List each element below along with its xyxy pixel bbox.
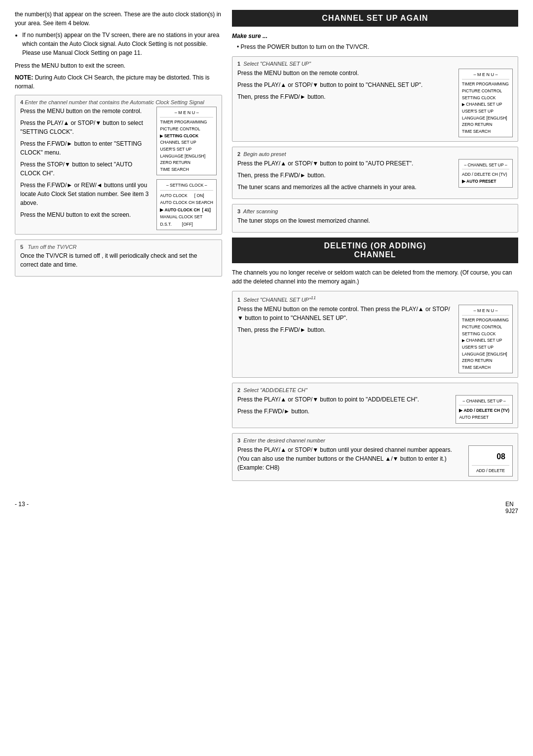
- csa-step3-box: 3 After scanning The tuner stops on the …: [232, 204, 518, 233]
- page-number: - 13 -: [15, 501, 29, 515]
- csa-step2-title: Begin auto preset: [243, 151, 286, 157]
- del-step3-title-line: 3 Enter the desired channel number: [237, 438, 513, 443]
- del-step2-para2: Press the F.FWD/► button.: [237, 407, 451, 416]
- del-menu1-title: – M E N U –: [462, 307, 509, 316]
- del-step2-num: 2: [237, 387, 240, 393]
- step5-number: 5: [20, 244, 23, 250]
- csa-step1-para3: Then, press the F.FWD/► button.: [237, 92, 454, 101]
- csa-menu1-i5: USER'S SET UP: [462, 108, 509, 115]
- step5-title: Turn off the TV/VCR: [28, 244, 76, 250]
- menu1-item1: TIMER PROGRAMMING: [160, 119, 213, 126]
- step4-title: Enter the channel number that contains t…: [25, 99, 204, 105]
- del-menu1-i6: LANGUAGE [ENGLISH]: [462, 351, 509, 358]
- note-body: During Auto Clock CH Search, the picture…: [15, 74, 210, 90]
- del-step2-row: Press the PLAY/▲ or STOP/▼ button to poi…: [237, 395, 513, 423]
- csa-menu1-i4: CHANNEL SET UP: [462, 101, 509, 108]
- csa-menu1-i3: SETTING CLOCK: [462, 95, 509, 102]
- csa-step1-para2: Press the PLAY/▲ or STOP/▼ button to poi…: [237, 80, 454, 89]
- menu1-item5: USER'S SET UP: [160, 146, 213, 153]
- del-step3-num: 3: [237, 438, 240, 443]
- del-step1-box: 1 Select "CHANNEL SET UP"11 Press the ME…: [232, 291, 518, 378]
- csa-menu1-i2: PICTURE CONTROL: [462, 88, 509, 95]
- deleting-line1: DELETING (OR ADDING): [238, 241, 512, 250]
- step4-para5: Press the F.FWD/► or REW/◄ buttons until…: [20, 181, 152, 207]
- csa-step1-para1: Press the MENU button on the remote cont…: [237, 69, 454, 78]
- csa-step1-box: 1 Select "CHANNEL SET UP" Press the MENU…: [232, 56, 518, 142]
- csa-step1-title-line: 1 Select "CHANNEL SET UP": [237, 61, 513, 67]
- step4-para4: Press the STOP/▼ button to select "AUTO …: [20, 160, 152, 178]
- csa-step3-title-line: 3 After scanning: [237, 208, 513, 214]
- del-menu1-i1: TIMER PROGRAMMING: [462, 317, 509, 324]
- del-step3-box: 3 Enter the desired channel number Press…: [232, 433, 518, 481]
- step4-text: Press the MENU button on the remote cont…: [20, 107, 152, 222]
- make-sure-label: Make sure ...: [232, 32, 518, 40]
- del-step2-title-line: 2 Select "ADD/DELETE CH": [237, 387, 513, 393]
- note-text: NOTE: During Auto Clock CH Search, the p…: [15, 73, 222, 91]
- step4-inner: Press the MENU button on the remote cont…: [20, 107, 217, 230]
- step4-para6: Press the MENU button to exit the screen…: [20, 210, 152, 219]
- step4-box: 4 Enter the channel number that contains…: [15, 95, 222, 235]
- del-step2-para1: Press the PLAY/▲ or STOP/▼ button to poi…: [237, 395, 451, 404]
- step4-number: 4: [20, 99, 23, 105]
- cs-item1: ADD / DELETE CH (TV): [462, 171, 509, 178]
- del-step1-text: Press the MENU button on the remote cont…: [237, 305, 454, 337]
- deleting-line2: CHANNEL: [238, 250, 512, 259]
- csa-menu1-i7: ZERO RETURN: [462, 121, 509, 128]
- csa-step1-menu: – M E N U – TIMER PROGRAMMING PICTURE CO…: [458, 69, 513, 137]
- csa-step1-num: 1: [237, 61, 240, 67]
- page-layout: the number(s) that appear on the screen.…: [15, 10, 518, 486]
- csa-step2-para2: Then, press the F.FWD/► button.: [237, 171, 454, 180]
- del-step1-title: Select "CHANNEL SET UP": [243, 297, 311, 303]
- menu1-item3: SETTING CLOCK: [160, 133, 213, 140]
- csa-menu1-title: – M E N U –: [462, 71, 509, 80]
- step5-title-line: 5 Turn off the TV/VCR: [20, 244, 217, 250]
- step4-para1: Press the MENU button on the remote cont…: [20, 107, 152, 116]
- channel-number-display: 08: [472, 450, 509, 463]
- del-step1-sup: 11: [311, 295, 316, 300]
- channel-set-up-again-heading: CHANNEL SET UP AGAIN: [232, 10, 518, 27]
- del-menu1-i3: SETTING CLOCK: [462, 331, 509, 338]
- ad-item2: AUTO PRESET: [459, 414, 509, 421]
- ad-item1: ▶ ADD / DELETE CH (TV): [459, 407, 509, 414]
- press-menu-text: Press the MENU button to exit the screen…: [15, 61, 222, 70]
- note-label: NOTE:: [15, 74, 33, 81]
- footer-lang: EN: [505, 501, 514, 508]
- step5-box: 5 Turn off the TV/VCR Once the TV/VCR is…: [15, 239, 222, 277]
- footer-code: 9J27: [505, 508, 518, 515]
- intro-bullet1: If no number(s) appear on the TV screen,…: [22, 31, 222, 57]
- del-step3-title: Enter the desired channel number: [243, 438, 325, 443]
- step4-para2: Press the PLAY/▲ or STOP/▼ button to sel…: [20, 119, 152, 136]
- del-step3-row: Press the PLAY/▲ or STOP/▼ button until …: [237, 445, 513, 477]
- csa-step2-box: 2 Begin auto preset Press the PLAY/▲ or …: [232, 147, 518, 199]
- del-step2-screen: – CHANNEL SET UP – ▶ ADD / DELETE CH (TV…: [456, 395, 513, 423]
- cs-title: – CHANNEL SET UP –: [462, 161, 509, 169]
- csa-step2-text: Press the PLAY/▲ or STOP/▼ button to poi…: [237, 159, 454, 195]
- page-footer: - 13 - EN 9J27: [15, 501, 518, 515]
- del-menu1-i7: ZERO RETURN: [462, 358, 509, 364]
- sc-item2: AUTO CLOCK CH SEARCH: [160, 199, 213, 206]
- sc-item3: ▶ AUTO CLOCK CH [ 41]: [160, 206, 213, 213]
- menu1-item4: CHANNEL SET UP: [160, 139, 213, 146]
- csa-step2-screen: – CHANNEL SET UP – ADD / DELETE CH (TV) …: [458, 159, 513, 187]
- sc-item1: AUTO CLOCK [ ON]: [160, 192, 213, 199]
- menu1-item7: ZERO RETURN: [160, 159, 213, 166]
- csa-step3-title: After scanning: [243, 208, 278, 214]
- step4-title-line: 4 Enter the channel number that contains…: [20, 99, 217, 105]
- left-column: the number(s) that appear on the screen.…: [15, 10, 222, 486]
- step4-screens: – M E N U – TIMER PROGRAMMING PICTURE CO…: [156, 107, 217, 230]
- del-step2-text: Press the PLAY/▲ or STOP/▼ button to poi…: [237, 395, 451, 419]
- del-step1-num: 1: [237, 297, 240, 303]
- sc-item4: MANUAL CLOCK SET: [160, 213, 213, 220]
- del-step3-para1: Press the PLAY/▲ or STOP/▼ button until …: [237, 445, 463, 472]
- cs-item2: ▶ AUTO PRESET: [462, 178, 509, 185]
- intro-text-block: the number(s) that appear on the screen.…: [15, 10, 222, 91]
- del-step3-screen: 08 ADD / DELETE: [468, 445, 513, 477]
- csa-step2-row: Press the PLAY/▲ or STOP/▼ button to poi…: [237, 159, 513, 195]
- menu1-item8: TIME SEARCH: [160, 166, 213, 173]
- csa-menu1-i6: LANGUAGE [ENGLISH]: [462, 115, 509, 122]
- deleting-intro: The channels you no longer receive or se…: [232, 268, 518, 286]
- step5-para1: Once the TV/VCR is turned off , it will …: [20, 251, 217, 269]
- csa-step3-para1: The tuner stops on the lowest memorized …: [237, 216, 513, 225]
- csa-step2-para3: The tuner scans and memorizes all the ac…: [237, 183, 454, 192]
- del-step1-menu: – M E N U – TIMER PROGRAMMING PICTURE CO…: [458, 305, 513, 373]
